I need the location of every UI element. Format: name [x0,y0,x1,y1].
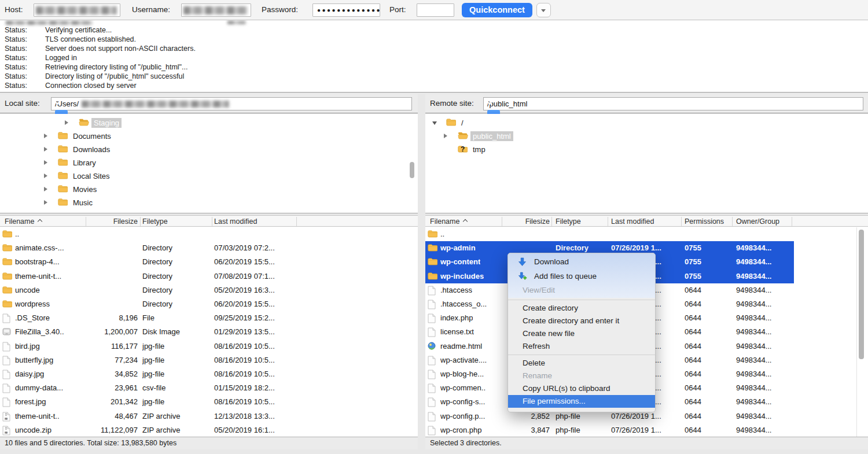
file-row-dummy-data-[interactable]: dummy-data...23,961csv-file01/15/2019 18… [0,381,418,395]
host-redacted-value [36,6,117,14]
host-input[interactable] [34,3,120,17]
column-divider[interactable] [608,217,608,226]
tree-item-public-html[interactable]: public_html [425,130,868,143]
file-modified: 09/25/2019 15:2... [214,313,275,323]
column-header-filesize[interactable]: Filesize [87,217,138,226]
username-redacted-value [183,6,248,14]
disclosure-closed-icon[interactable] [44,134,47,138]
file-row-bird-jpg[interactable]: bird.jpg116,177jpg-file08/16/2019 10:5..… [0,339,418,353]
remote-list-scrollbar-thumb[interactable] [859,230,864,359]
menu-item-file-permissions[interactable]: File permissions... [508,395,655,408]
file-row-filezilla-3-40-[interactable]: FileZilla_3.40..1,200,007Disk Image01/29… [0,325,418,339]
column-divider[interactable] [551,217,552,226]
column-divider[interactable] [502,217,502,226]
column-divider[interactable] [732,217,733,226]
file-name: daisy.jpg [15,369,44,379]
column-header-owner-group[interactable]: Owner/Group [736,217,779,226]
column-divider[interactable] [212,217,212,226]
menu-item-create-new-file[interactable]: Create new file [508,327,655,340]
column-divider[interactable] [140,217,141,226]
file-row-theme-unit-t-[interactable]: ziptheme-unit-t..48,467ZIP archive12/13/… [0,409,418,423]
file-name: readme.html [440,341,482,352]
folder-icon [2,257,12,268]
menu-item-refresh[interactable]: Refresh [508,340,655,353]
tree-item-documents[interactable]: Documents [0,130,418,143]
file-row-bootstrap-4-[interactable]: bootstrap-4...Directory06/20/2019 15:5..… [0,255,418,269]
menu-item-create-directory-and-enter-it[interactable]: Create directory and enter it [508,315,655,327]
username-input[interactable] [181,3,251,17]
password-input[interactable]: ●●●●●●●●●●●●● [312,3,380,17]
disclosure-closed-icon[interactable] [44,187,47,191]
file-name: license.txt [440,327,474,337]
tree-item-downloads[interactable]: Downloads [0,143,418,156]
disclosure-closed-icon[interactable] [44,160,47,165]
disclosure-closed-icon[interactable] [44,174,47,178]
local-file-list: FilenameFilesizeFiletypeLast modified ..… [0,215,418,449]
log-message: Retrieving directory listing of "/public… [45,62,187,72]
column-header-filename[interactable]: Filename [5,217,42,226]
menu-item-copy-url-s-to-clipboard[interactable]: Copy URL(s) to clipboard [508,382,655,395]
file-icon [428,356,436,368]
file-modified: 07/26/2019 1... [611,425,661,435]
file-name: wordpress [15,299,50,309]
column-header-filetype[interactable]: Filetype [556,217,581,226]
username-label: Username: [132,5,170,14]
file-size: 116,177 [87,341,138,352]
column-header-last-modified[interactable]: Last modified [611,217,654,226]
disclosure-closed-icon[interactable] [44,147,47,152]
log-status-label: Status: [5,35,27,44]
file-row-uncode-zip[interactable]: zipuncode.zip11,122,097ZIP archive05/20/… [0,423,418,437]
tree-item-tmp[interactable]: ?tmp [425,143,868,156]
column-header-permissions[interactable]: Permissions [685,217,724,226]
file-modified: 08/16/2019 10:5... [214,341,275,352]
local-site-path-input[interactable]: /Users/ [51,97,412,110]
disclosure-closed-icon[interactable] [444,134,447,138]
disclosure-closed-icon[interactable] [65,120,68,125]
column-divider[interactable] [296,217,297,226]
file-name: wp-cron.php [440,425,482,435]
disclosure-open-icon[interactable] [432,121,437,125]
menu-item-add-files-to-queue[interactable]: Add files to queue [508,270,655,284]
tree-item--[interactable]: / [425,116,868,130]
menu-item-download[interactable]: Download [508,255,655,270]
file-row--[interactable]: .. [0,227,418,241]
file-name: wp-includes [440,271,484,282]
file-row-animate-css-[interactable]: animate.css-...Directory07/03/2019 07:2.… [0,241,418,255]
file-row-daisy-jpg[interactable]: daisy.jpg34,852jpg-file08/16/2019 10:5..… [0,367,418,381]
port-label: Port: [389,5,406,14]
tree-item-movies[interactable]: Movies [0,183,418,196]
file-modified: 08/16/2019 10:5... [214,369,275,379]
column-header-filename[interactable]: Filename [430,217,467,226]
column-divider[interactable] [681,217,682,226]
column-header-filesize[interactable]: Filesize [498,217,550,226]
column-divider[interactable] [792,217,792,226]
file-type: Disk Image [142,327,180,337]
file-row--ds-store[interactable]: .DS_Store8,196File09/25/2019 15:2... [0,311,418,325]
file-row-forest-jpg[interactable]: forest.jpg201,342jpg-file08/16/2019 10:5… [0,395,418,409]
menu-item-create-directory[interactable]: Create directory [508,302,655,315]
file-modified: 05/20/2019 16:1... [214,425,275,435]
quickconnect-dropdown-button[interactable] [536,3,551,17]
column-header-filetype[interactable]: Filetype [142,217,168,226]
file-row-theme-unit-t-[interactable]: theme-unit-t...Directory07/08/2019 07:1.… [0,270,418,283]
file-icon [428,426,436,437]
file-row--[interactable]: .. [425,227,868,241]
remote-site-path-input[interactable]: /public_html [483,97,863,110]
disclosure-closed-icon[interactable] [44,200,47,205]
tree-item-music[interactable]: Music [0,196,418,209]
file-row-wp-cron-php[interactable]: wp-cron.php3,847php-file07/26/2019 1...0… [425,423,868,437]
column-divider[interactable] [86,217,86,226]
quickconnect-button[interactable]: Quickconnect [462,3,532,17]
file-row-wordpress[interactable]: wordpressDirectory06/20/2019 15:5... [0,297,418,311]
file-size: 201,342 [87,397,138,407]
file-row-butterfly-jpg[interactable]: butterfly.jpg77,234jpg-file08/16/2019 10… [0,353,418,367]
menu-item-delete[interactable]: Delete [508,357,655,370]
tree-item-local-sites[interactable]: Local Sites [0,169,418,183]
file-type: File [142,313,155,323]
menu-item-view-edit: View/Edit [508,283,655,298]
port-input[interactable] [417,3,454,17]
tree-item-library[interactable]: Library [0,156,418,169]
column-header-last-modified[interactable]: Last modified [214,217,257,226]
file-row-uncode[interactable]: uncodeDirectory05/20/2019 16:3... [0,283,418,297]
tree-item-staging[interactable]: Staging [0,116,418,130]
